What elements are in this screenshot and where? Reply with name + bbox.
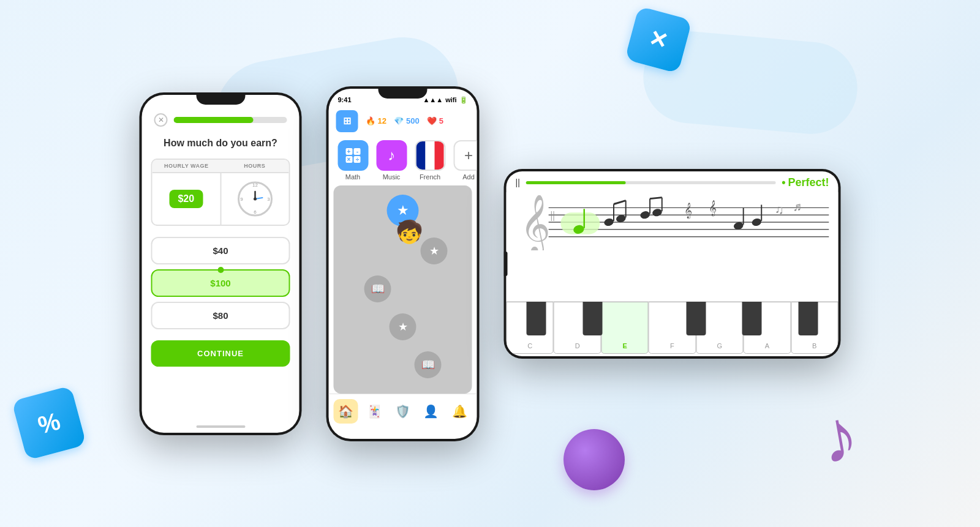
tab-french[interactable]: French xyxy=(413,140,447,181)
tab-add[interactable]: + Add xyxy=(452,140,477,181)
p3-progress-bar xyxy=(526,181,775,184)
add-icon: + xyxy=(453,140,477,171)
answer-options: $40 $100 $80 xyxy=(142,231,300,335)
progress-fill xyxy=(174,117,254,123)
shield-nav-icon: 🛡️ xyxy=(395,404,410,419)
battery-icon: 🔋 xyxy=(459,96,468,104)
svg-line-30 xyxy=(614,200,626,204)
phone-1: ✕ How much do you earn? HOURLY WAGE HOUR… xyxy=(140,92,302,435)
key-d[interactable]: D xyxy=(554,302,601,354)
svg-text:9: 9 xyxy=(240,196,243,202)
pause-button[interactable]: || xyxy=(516,178,520,187)
math-icon: + - × ÷ xyxy=(337,140,368,171)
book-icon-2: 📖 xyxy=(421,358,435,372)
nav-bell[interactable]: 🔔 xyxy=(447,399,472,424)
svg-text:+: + xyxy=(347,148,350,155)
staff-svg: 𝄞 || xyxy=(516,195,829,250)
phone-1-notch xyxy=(196,92,245,105)
nav-cards[interactable]: 🃏 xyxy=(362,399,386,424)
phone-2-notch xyxy=(379,86,428,99)
close-button[interactable]: ✕ xyxy=(154,113,168,127)
svg-text:12: 12 xyxy=(252,182,258,188)
app-icon-symbol: ⊞ xyxy=(343,115,351,127)
fire-icon: 🔥 xyxy=(366,116,375,125)
progress-bar xyxy=(174,117,287,123)
map-node-gray-1[interactable]: ★ xyxy=(421,237,448,264)
p3-progress-fill xyxy=(526,181,626,184)
svg-line-35 xyxy=(650,197,662,198)
option-80[interactable]: $80 xyxy=(151,302,290,329)
svg-point-40 xyxy=(751,217,762,226)
game-map: ★ ★ 🧒 📖 xyxy=(334,185,472,394)
wage-table: HOURLY WAGE HOURS $20 12 3 6 xyxy=(151,159,290,226)
phone-3-screen: || Perfect! 𝄞 xyxy=(507,171,839,356)
svg-point-31 xyxy=(639,210,650,219)
continue-button[interactable]: CONTINUE xyxy=(151,340,290,367)
wage-table-body: $20 12 3 6 9 xyxy=(153,172,289,225)
french-icon xyxy=(415,140,445,171)
key-f-label: F xyxy=(670,342,674,349)
key-a-label: A xyxy=(765,342,769,349)
map-node-book-1[interactable]: 📖 xyxy=(364,275,391,302)
nav-shield[interactable]: 🛡️ xyxy=(390,399,415,424)
tab-math[interactable]: + - × ÷ Math xyxy=(336,140,370,181)
money-badge: $20 xyxy=(169,190,203,208)
active-star-icon: ★ xyxy=(397,203,409,219)
key-g[interactable]: G xyxy=(696,302,743,354)
svg-text:𝄞: 𝄞 xyxy=(520,195,551,250)
phone-3: || Perfect! 𝄞 xyxy=(504,169,841,359)
gem-stat: 💎 500 xyxy=(394,116,420,125)
heart-stat: ❤️ 5 xyxy=(427,116,443,125)
music-icon-symbol: ♪ xyxy=(388,147,395,164)
cards-nav-icon: 🃏 xyxy=(367,404,382,419)
signal-icon: ▲▲▲ xyxy=(423,96,443,103)
key-b[interactable]: B xyxy=(791,302,838,354)
question-text: How much do you earn? xyxy=(142,133,300,154)
svg-text:÷: ÷ xyxy=(355,156,359,163)
heart-icon: ❤️ xyxy=(427,116,437,125)
key-c[interactable]: C xyxy=(507,302,554,354)
nav-profile[interactable]: 👤 xyxy=(419,399,443,424)
add-icon-symbol: + xyxy=(464,147,473,164)
bell-nav-icon: 🔔 xyxy=(452,404,467,419)
tab-math-label: Math xyxy=(345,173,360,181)
svg-text:𝄞: 𝄞 xyxy=(709,200,717,217)
map-node-book-2[interactable]: 📖 xyxy=(415,351,442,378)
key-a[interactable]: A xyxy=(744,302,791,354)
key-e[interactable]: E xyxy=(601,302,648,354)
p3-top-bar: || Perfect! xyxy=(507,171,839,192)
status-icons: ▲▲▲ wifi 🔋 xyxy=(423,96,467,104)
gray-star-icon-1: ★ xyxy=(429,244,439,258)
home-nav-icon: 🏠 xyxy=(338,404,353,419)
key-f[interactable]: F xyxy=(649,302,696,354)
svg-point-7 xyxy=(254,197,257,200)
option-100[interactable]: $100 xyxy=(151,269,290,297)
phone-1-screen: ✕ How much do you earn? HOURLY WAGE HOUR… xyxy=(142,95,300,433)
fire-stat: 🔥 12 xyxy=(366,116,386,125)
flag-red xyxy=(435,141,444,170)
gray-star-icon-2: ★ xyxy=(398,320,408,334)
piano-keyboard: C D E F G A B xyxy=(507,301,839,356)
profile-nav-icon: 👤 xyxy=(423,404,439,419)
tab-music-label: Music xyxy=(383,173,401,181)
gem-value: 500 xyxy=(406,116,420,125)
tab-french-label: French xyxy=(420,173,440,181)
svg-text:♬: ♬ xyxy=(793,200,802,213)
map-node-star-gray[interactable]: ★ xyxy=(390,313,417,340)
perfect-label: Perfect! xyxy=(782,176,829,189)
close-icon: ✕ xyxy=(158,116,164,124)
clock-icon: 12 3 6 9 xyxy=(236,181,273,217)
gem-icon: 💎 xyxy=(394,116,404,125)
option-40[interactable]: $40 xyxy=(151,237,290,264)
music-staff: 𝄞 || xyxy=(507,192,839,301)
tab-music[interactable]: ♪ Music xyxy=(375,140,409,181)
home-indicator xyxy=(196,425,245,428)
wage-header-col2: HOURS xyxy=(221,160,289,172)
svg-text:-: - xyxy=(356,148,358,155)
phone-2-screen: 9:41 ▲▲▲ wifi 🔋 ⊞ 🔥 12 💎 xyxy=(329,89,477,439)
nav-home[interactable]: 🏠 xyxy=(334,399,358,424)
key-g-label: G xyxy=(717,342,723,349)
app-icon: ⊞ xyxy=(336,110,358,132)
piano-keys-container: C D E F G A B xyxy=(507,302,839,354)
svg-text:𝄞: 𝄞 xyxy=(684,203,692,219)
